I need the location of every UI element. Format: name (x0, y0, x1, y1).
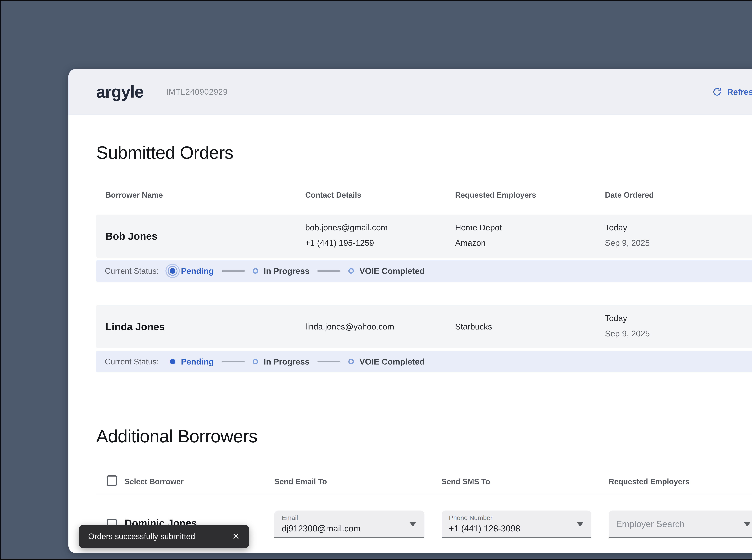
column-date-ordered: Date Ordered (605, 191, 654, 199)
column-requested-employers: Requested Employers (455, 191, 536, 199)
submitted-orders-table-header: Borrower Name Contact Details Requested … (96, 191, 752, 200)
argyle-logo: argyle (96, 82, 143, 101)
chevron-down-icon (744, 522, 751, 526)
status-connector (317, 361, 340, 362)
borrower-email: bob.jones@gmail.com (305, 221, 388, 234)
table-row-bob-jones: Bob Jones bob.jones@gmail.com +1 (441) 1… (96, 215, 752, 258)
in-progress-status-circle-icon (253, 359, 258, 364)
phone-field-value: +1 (441) 128-3098 (449, 523, 520, 533)
borrower-email: linda.jones@yahoo.com (305, 305, 394, 348)
status-connector (222, 361, 245, 362)
employer-name: Home Depot (455, 221, 502, 234)
column-requested-employers: Requested Employers (609, 477, 690, 486)
email-field-label: Email (282, 514, 298, 521)
borrower-name: Bob Jones (105, 215, 157, 258)
status-row-linda-jones: Current Status: Pending In Progress VOIE… (96, 351, 752, 373)
select-all-checkbox[interactable] (107, 475, 117, 486)
additional-borrowers-head: Additional Borrowers Submit Order (96, 425, 752, 448)
phone-select[interactable]: Phone Number +1 (441) 128-3098 (441, 511, 591, 538)
borrower-name: Linda Jones (105, 305, 165, 348)
employer-search-placeholder: Employer Search (616, 511, 685, 538)
status-step-in-progress: In Progress (264, 357, 310, 366)
column-send-sms-to: Send SMS To (441, 477, 490, 486)
employer-search-input[interactable]: Employer Search (609, 511, 752, 538)
phone-field-label: Phone Number (449, 514, 493, 521)
voie-completed-status-circle-icon (348, 268, 354, 274)
employer-name: Amazon (455, 237, 486, 249)
borrower-phone: +1 (441) 195-1259 (305, 237, 374, 249)
chevron-down-icon (410, 522, 416, 526)
date-ordered-relative: Today (605, 312, 627, 324)
current-status-label: Current Status: (105, 357, 159, 366)
column-contact-details: Contact Details (305, 191, 361, 199)
in-progress-status-circle-icon (253, 268, 258, 274)
date-ordered-absolute: Sep 9, 2025 (605, 327, 650, 340)
email-select[interactable]: Email dj912300@mail.com (274, 511, 424, 538)
column-select-borrower: Select Borrower (124, 477, 184, 486)
status-connector (222, 271, 245, 272)
email-field-value: dj912300@mail.com (282, 523, 361, 533)
submitted-orders-head: Submitted Orders New Order (96, 141, 752, 164)
status-step-pending: Pending (181, 357, 214, 366)
page-title: Submitted Orders (96, 142, 233, 163)
voie-completed-status-circle-icon (348, 359, 354, 364)
employer-name: Starbucks (455, 305, 492, 348)
refresh-page-label: Refresh Page (727, 87, 752, 97)
desktop-background: argyle IMTL240902929 Refresh Page Notifi… (1, 1, 752, 559)
table-divider (96, 494, 752, 495)
app-header: argyle IMTL240902929 Refresh Page Notifi… (68, 69, 752, 115)
screenshot-stage: argyle IMTL240902929 Refresh Page Notifi… (0, 0, 752, 560)
order-id: IMTL240902929 (166, 87, 228, 96)
date-ordered-absolute: Sep 9, 2025 (605, 237, 650, 249)
status-step-voie-completed: VOIE Completed (359, 357, 425, 366)
section-title: Additional Borrowers (96, 426, 257, 446)
date-ordered-relative: Today (605, 221, 627, 234)
table-row-linda-jones: Linda Jones linda.jones@yahoo.com Starbu… (96, 305, 752, 348)
column-borrower-name: Borrower Name (105, 191, 163, 199)
current-status-label: Current Status: (105, 266, 159, 276)
toast-notification: Orders successfully submitted ✕ (79, 525, 249, 548)
status-row-bob-jones: Current Status: Pending In Progress VOIE… (96, 260, 752, 282)
refresh-page-button[interactable]: Refresh Page (696, 69, 752, 115)
toast-message: Orders successfully submitted (88, 532, 195, 541)
chevron-down-icon (577, 522, 583, 526)
column-send-email-to: Send Email To (274, 477, 327, 486)
additional-borrowers-table-header: Select Borrower Send Email To Send SMS T… (96, 477, 752, 487)
argyle-order-window: argyle IMTL240902929 Refresh Page Notifi… (68, 69, 752, 553)
toast-close-icon[interactable]: ✕ (232, 531, 240, 542)
header-spacer (228, 69, 696, 115)
pending-status-dot-icon (170, 359, 175, 364)
status-step-pending: Pending (181, 266, 214, 276)
status-connector (317, 271, 340, 272)
pending-status-dot-icon (170, 268, 175, 274)
status-step-in-progress: In Progress (264, 266, 310, 276)
refresh-icon (712, 87, 722, 97)
status-step-voie-completed: VOIE Completed (359, 266, 425, 276)
